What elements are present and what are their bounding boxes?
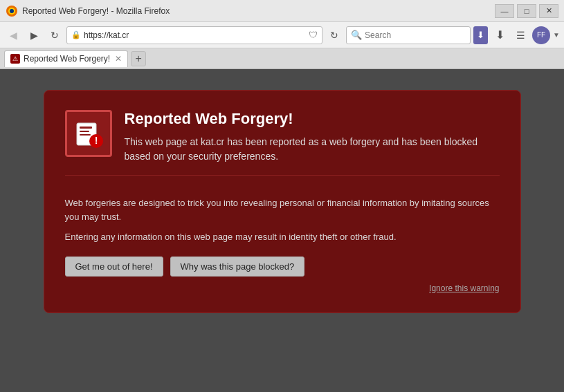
firefox-logo: [6, 5, 18, 17]
avatar-label: FF: [537, 31, 545, 39]
download-button[interactable]: ⬇: [491, 26, 509, 44]
window-controls: — □ ✕: [495, 4, 558, 18]
svg-rect-5: [80, 131, 89, 132]
url-input[interactable]: [84, 30, 306, 40]
avatar-button[interactable]: FF: [532, 26, 550, 44]
page-content: ! Reported Web Forgery! This web page at…: [0, 69, 564, 392]
warning-actions: Get me out of here! Why was this page bl…: [65, 256, 500, 277]
close-button[interactable]: ✕: [539, 4, 558, 18]
warning-body-1: Web forgeries are designed to trick you …: [65, 196, 500, 223]
warning-header: ! Reported Web Forgery! This web page at…: [65, 110, 500, 176]
svg-rect-4: [80, 127, 92, 129]
search-input[interactable]: [365, 30, 469, 40]
window-title: Reported Web Forgery! - Mozilla Firefox: [22, 6, 495, 16]
lock-icon: 🔒: [71, 30, 81, 39]
rss-button[interactable]: ☰: [511, 26, 529, 44]
why-blocked-button[interactable]: Why was this page blocked?: [170, 256, 305, 277]
new-tab-button[interactable]: +: [131, 51, 146, 66]
search-bar: 🔍: [346, 26, 471, 44]
reload-btn2[interactable]: ↻: [325, 26, 343, 44]
svg-text:!: !: [94, 135, 98, 146]
pocket-button[interactable]: ⬇: [473, 26, 488, 44]
reload-button[interactable]: ↻: [46, 26, 64, 44]
address-bar: 🔒 🛡: [66, 26, 322, 44]
title-bar: Reported Web Forgery! - Mozilla Firefox …: [0, 0, 564, 22]
tab-bar: ⚠ Reported Web Forgery! ✕ +: [0, 48, 564, 69]
warning-body: Web forgeries are designed to trick you …: [65, 187, 500, 293]
warning-subtitle: This web page at kat.cr has been reporte…: [125, 135, 500, 164]
svg-point-2: [10, 9, 14, 13]
rss-icon: ☰: [516, 30, 525, 41]
forward-button[interactable]: ▶: [25, 26, 43, 44]
warning-icon: !: [71, 116, 106, 151]
svg-rect-6: [80, 134, 91, 136]
active-tab[interactable]: ⚠ Reported Web Forgery! ✕: [4, 50, 128, 67]
shield-icon: 🛡: [309, 30, 318, 40]
warning-header-text: Reported Web Forgery! This web page at k…: [125, 110, 500, 164]
warning-card: ! Reported Web Forgery! This web page at…: [44, 90, 521, 313]
search-icon: 🔍: [351, 30, 362, 40]
warning-body-2: Entering any information on this web pag…: [65, 230, 500, 244]
maximize-button[interactable]: □: [517, 4, 536, 18]
back-button[interactable]: ◀: [4, 26, 22, 44]
tab-close-button[interactable]: ✕: [115, 54, 122, 64]
pocket-icon: ⬇: [477, 30, 484, 40]
tab-favicon: ⚠: [10, 54, 20, 64]
minimize-button[interactable]: —: [495, 4, 514, 18]
dropdown-icon: ▼: [553, 31, 560, 39]
warning-icon-box: !: [65, 110, 112, 157]
nav-bar: ◀ ▶ ↻ 🔒 🛡 ↻ 🔍 ⬇ ⬇ ☰ FF ▼: [0, 22, 564, 48]
get-out-button[interactable]: Get me out of here!: [65, 256, 163, 277]
warning-title: Reported Web Forgery!: [125, 110, 500, 128]
ignore-warning-link[interactable]: Ignore this warning: [65, 283, 500, 293]
tab-label: Reported Web Forgery!: [24, 54, 110, 64]
